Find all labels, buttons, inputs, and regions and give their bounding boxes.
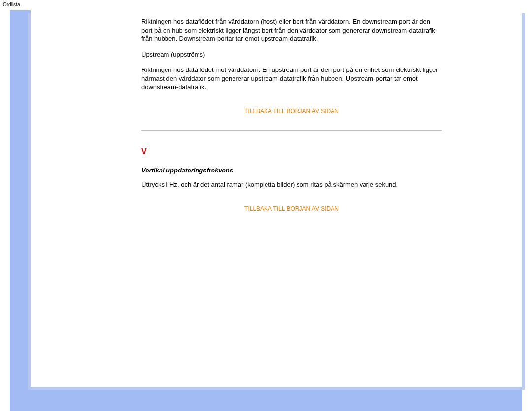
content-card: Riktningen hos dataflödet från värddator… — [31, 10, 522, 387]
back-to-top-link[interactable]: TILLBAKA TILL BÖRJAN AV SIDAN — [141, 205, 442, 213]
page-header-label: Ordlista — [0, 0, 532, 10]
upstream-label: Upstream (uppströms) — [141, 50, 442, 59]
section-letter-v: V — [141, 146, 442, 157]
card-shadow-area — [10, 387, 522, 411]
left-sidebar-spacer — [40, 17, 141, 18]
back-to-top-link[interactable]: TILLBAKA TILL BÖRJAN AV SIDAN — [141, 107, 442, 115]
downstream-paragraph: Riktningen hos dataflödet från värddator… — [141, 17, 442, 43]
main-content: Riktningen hos dataflödet från värddator… — [141, 17, 442, 213]
term-title: Vertikal uppdateringsfrekvens — [141, 166, 442, 175]
upstream-paragraph: Riktningen hos dataflödet mot värddatorn… — [141, 66, 442, 92]
term-definition: Uttrycks i Hz, och är det antal ramar (k… — [141, 180, 442, 189]
section-divider — [141, 130, 442, 131]
page-background-frame: Riktningen hos dataflödet från värddator… — [10, 10, 522, 411]
